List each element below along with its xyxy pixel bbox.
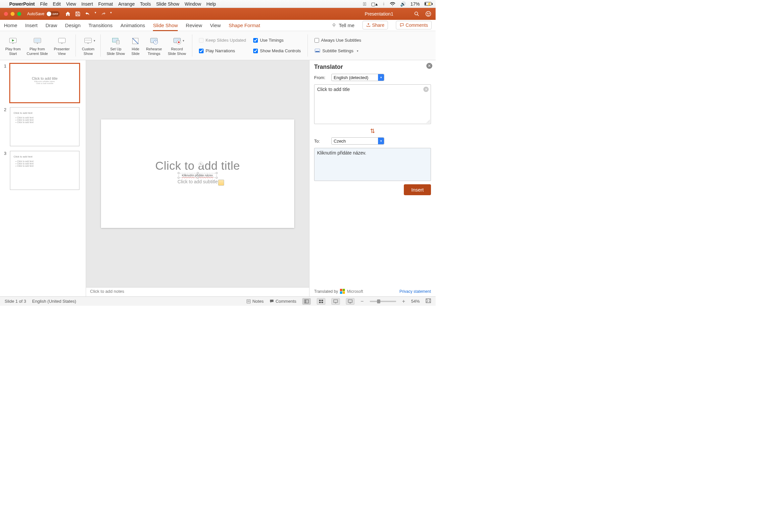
close-pane-button[interactable]: ✕ xyxy=(426,63,432,69)
svg-point-1 xyxy=(426,12,431,17)
slide-counter[interactable]: Slide 1 of 3 xyxy=(5,299,26,304)
insert-translation-button[interactable]: Insert xyxy=(404,184,431,195)
resize-handle-icon[interactable] xyxy=(427,120,430,123)
svg-rect-29 xyxy=(348,300,352,302)
tab-animations[interactable]: Animations xyxy=(120,21,145,31)
zoom-slider[interactable] xyxy=(370,301,396,302)
menu-slideshow[interactable]: Slide Show xyxy=(156,1,179,7)
tab-transitions[interactable]: Transitions xyxy=(88,21,113,31)
zoom-level[interactable]: 54% xyxy=(411,299,420,304)
from-label: From: xyxy=(314,75,329,80)
menu-tools[interactable]: Tools xyxy=(140,1,151,7)
fit-to-window-button[interactable] xyxy=(426,298,431,304)
menu-window[interactable]: Window xyxy=(185,1,201,7)
wifi-icon[interactable] xyxy=(390,2,396,6)
tab-draw[interactable]: Draw xyxy=(46,21,57,31)
presenter-view-button[interactable]: Presenter View xyxy=(52,33,72,58)
save-icon[interactable] xyxy=(75,11,81,17)
reuse-content-icon[interactable]: ↻ xyxy=(199,162,203,166)
zoom-out-button[interactable]: − xyxy=(360,298,363,304)
tell-me-search[interactable]: Tell me xyxy=(331,22,355,31)
search-icon[interactable] xyxy=(414,11,420,17)
title-placeholder[interactable]: Click to add title xyxy=(101,159,294,172)
home-icon[interactable] xyxy=(65,11,71,17)
minimize-window-button[interactable] xyxy=(11,12,15,16)
normal-view-button[interactable] xyxy=(302,298,311,305)
keep-slides-updated-checkbox[interactable]: Keep Slides Updated xyxy=(199,36,246,45)
zoom-in-button[interactable]: + xyxy=(402,298,405,304)
always-use-subtitles-checkbox[interactable]: Always Use Subtitles xyxy=(314,36,361,45)
language-status[interactable]: English (United States) xyxy=(32,299,76,304)
slide-thumbnail-3[interactable]: Click to add text • Click to add text • … xyxy=(10,151,79,190)
tab-design[interactable]: Design xyxy=(65,21,81,31)
tab-slideshow[interactable]: Slide Show xyxy=(153,21,178,31)
share-button[interactable]: Share xyxy=(362,21,388,29)
menu-insert[interactable]: Insert xyxy=(81,1,93,7)
svg-point-18 xyxy=(178,41,179,43)
airplay-icon[interactable]: ▢▴ xyxy=(371,1,378,7)
document-title[interactable]: Presentation1 xyxy=(365,11,393,17)
autosave-toggle[interactable]: OFF xyxy=(46,11,60,17)
close-window-button[interactable] xyxy=(4,12,8,16)
battery-icon[interactable]: ⚡ xyxy=(424,2,432,6)
macos-menubar: PowerPoint File Edit View Insert Format … xyxy=(0,0,436,8)
swap-languages-button[interactable]: ⇅ xyxy=(314,127,431,134)
maximize-window-button[interactable] xyxy=(17,12,21,16)
to-language-dropdown[interactable]: Czech▾ xyxy=(331,137,384,145)
clear-source-button[interactable]: ✕ xyxy=(423,87,429,92)
menu-arrange[interactable]: Arrange xyxy=(118,1,135,7)
comments-button[interactable]: Comments xyxy=(396,21,432,29)
setup-slideshow-button[interactable]: Set Up Slide Show xyxy=(105,33,127,58)
subtitle-placeholder[interactable]: Click to add subtitle xyxy=(101,179,294,184)
volume-icon[interactable]: 🔊 xyxy=(400,1,406,7)
qat-dropdown[interactable]: ▾ xyxy=(110,11,112,17)
slide-canvas-area[interactable]: Click to add title ↻ Kliknutím přidáte n… xyxy=(86,60,309,287)
privacy-statement-link[interactable]: Privacy statement xyxy=(400,289,431,294)
notes-toggle[interactable]: Notes xyxy=(246,299,263,304)
from-language-dropdown[interactable]: English (detected)▾ xyxy=(331,74,384,81)
comments-toggle[interactable]: Comments xyxy=(269,299,296,304)
undo-dropdown[interactable]: ▾ xyxy=(95,11,96,17)
tab-home[interactable]: Home xyxy=(4,21,17,31)
undo-icon[interactable] xyxy=(85,11,91,17)
show-media-controls-checkbox[interactable]: Show Media Controls xyxy=(253,46,301,56)
menu-help[interactable]: Help xyxy=(207,1,216,7)
autosave-label: AutoSave xyxy=(27,12,44,16)
subtitle-settings-dropdown[interactable]: Subtitle Settings▾ xyxy=(314,46,361,56)
menu-edit[interactable]: Edit xyxy=(53,1,61,7)
app-name[interactable]: PowerPoint xyxy=(9,1,35,7)
play-narrations-checkbox[interactable]: Play Narrations xyxy=(199,46,246,56)
play-from-start-button[interactable]: Play from Start xyxy=(3,33,23,58)
source-text-area[interactable]: Click to add title ✕ xyxy=(314,84,431,124)
custom-show-button[interactable]: ▾ Custom Show xyxy=(80,33,96,58)
redo-icon[interactable] xyxy=(100,11,106,17)
hide-slide-button[interactable]: Hide Slide xyxy=(129,33,142,58)
record-slideshow-button[interactable]: ▾ Record Slide Show xyxy=(166,33,188,58)
slideshow-view-button[interactable] xyxy=(346,298,355,305)
svg-rect-30 xyxy=(426,299,431,303)
tab-insert[interactable]: Insert xyxy=(25,21,38,31)
menu-format[interactable]: Format xyxy=(98,1,113,7)
subtitle-textbox-selected[interactable]: Kliknutím přidáte název. xyxy=(179,173,217,178)
sorter-view-button[interactable] xyxy=(317,298,325,305)
use-timings-checkbox[interactable]: Use Timings xyxy=(253,36,301,45)
slide-1[interactable]: Click to add title ↻ Kliknutím přidáte n… xyxy=(101,119,294,228)
menu-view[interactable]: View xyxy=(66,1,76,7)
tab-view[interactable]: View xyxy=(210,21,221,31)
play-from-current-button[interactable]: Play from Current Slide xyxy=(24,33,50,58)
smiley-feedback-icon[interactable] xyxy=(425,11,432,17)
tab-shape-format[interactable]: Shape Format xyxy=(229,21,260,31)
slide-thumbnail-1[interactable]: Click to add title Kliknutím přidáte náz… xyxy=(10,64,79,103)
target-text-area[interactable]: Kliknutím přidáte název. xyxy=(314,148,431,181)
microsoft-label: Microsoft xyxy=(347,289,363,294)
rehearse-timings-button[interactable]: Rehearse Timings xyxy=(144,33,164,58)
svg-rect-28 xyxy=(334,300,338,302)
notes-pane[interactable]: Click to add notes xyxy=(86,287,309,296)
bluetooth-icon[interactable]: ᚼ xyxy=(382,1,385,7)
paste-options-icon[interactable] xyxy=(218,180,224,186)
menu-file[interactable]: File xyxy=(40,1,48,7)
tab-review[interactable]: Review xyxy=(186,21,202,31)
slide-thumbnail-2[interactable]: Click to add text • Click to add text • … xyxy=(10,107,79,146)
reading-view-button[interactable] xyxy=(331,298,340,305)
sync-disabled-icon[interactable]: ◌⃠ xyxy=(363,1,366,7)
